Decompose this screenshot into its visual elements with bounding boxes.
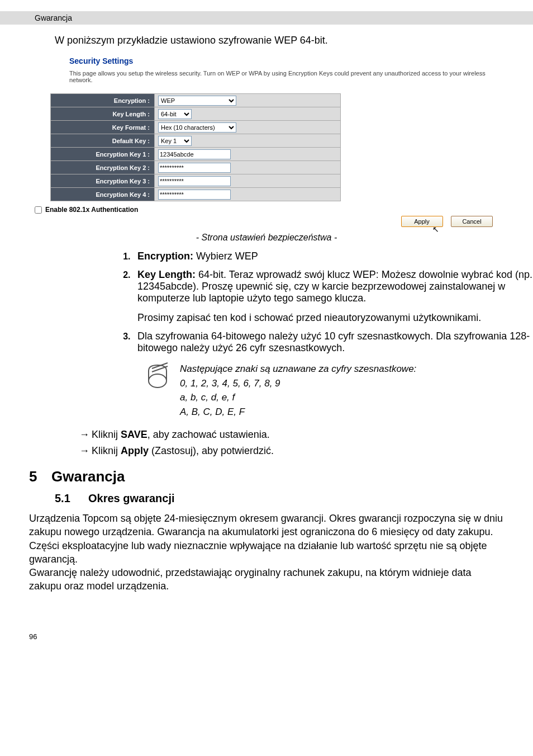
keylength-select[interactable]: 64-bit [158, 109, 192, 119]
arrow-instruction-1: →Kliknij SAVE, aby zachować ustawienia. [79, 429, 533, 441]
keyformat-select[interactable]: Hex (10 characters) [158, 122, 236, 133]
intro-text: W poniższym przykładzie ustawiono szyfro… [55, 35, 533, 46]
note-line-4: A, B, C, D, E, F [180, 405, 416, 419]
note-line-3: a, b, c, d, e, f [180, 390, 416, 405]
arrow-icon: → [79, 445, 89, 456]
encryption-label: Encryption : [51, 94, 155, 107]
section-5-1-heading: 5.1Okres gwarancji [55, 492, 533, 505]
ek3-label: Encryption Key 3 : [51, 174, 155, 188]
step-2: Key Length: 64-bit. Teraz wprowadź swój … [133, 269, 533, 324]
ek1-label: Encryption Key 1 : [51, 148, 155, 161]
encryption-key-4-input[interactable] [158, 190, 231, 200]
encryption-select[interactable]: WEP [158, 96, 236, 106]
arrow-icon: → [79, 429, 89, 440]
encryption-key-3-input[interactable] [158, 176, 231, 186]
ek2-label: Encryption Key 2 : [51, 161, 155, 174]
defaultkey-select[interactable]: Key 1 [158, 136, 192, 146]
figure-caption: - Strona ustawień bezpieczeństwa - [0, 233, 533, 243]
enable-8021x-label: Enable 802.1x Authentication [45, 206, 138, 214]
cursor-icon: ↖ [432, 225, 439, 234]
step-3: Dla szyfrowania 64-bitowego należy użyć … [133, 330, 533, 354]
section-5-heading: 5Gwarancja [29, 468, 533, 485]
note-block: Następujące znaki są uznawane za cyfry s… [145, 362, 533, 419]
keylength-label: Key Length : [51, 107, 155, 121]
defaultkey-label: Default Key : [51, 134, 155, 148]
encryption-key-2-input[interactable] [158, 163, 231, 173]
running-header: Gwarancja [0, 11, 533, 25]
note-line-1: Następujące znaki są uznawane za cyfry s… [180, 362, 416, 376]
note-line-2: 0, 1, 2, 3, 4, 5, 6, 7, 8, 9 [180, 376, 416, 391]
step-1: Encryption: Wybierz WEP [133, 251, 533, 262]
enable-8021x-checkbox[interactable] [35, 206, 42, 214]
encryption-key-1-input[interactable] [158, 149, 231, 159]
security-settings-heading: Security Settings [69, 56, 493, 65]
step-2-sub: Prosimy zapisać ten kod i schować przed … [137, 312, 533, 324]
note-icon [145, 362, 170, 391]
cancel-button[interactable]: Cancel [451, 216, 493, 227]
security-settings-description: This page allows you setup the wireless … [69, 70, 493, 83]
page-number: 96 [29, 632, 533, 641]
steps-list: Encryption: Wybierz WEP Key Length: 64-b… [117, 251, 533, 354]
keyformat-label: Key Format : [51, 121, 155, 134]
ek4-label: Encryption Key 4 : [51, 188, 155, 201]
arrow-instruction-2: →Kliknij Apply (Zastosuj), aby potwierdz… [79, 445, 533, 457]
section-5-1-body: Urządzenia Topcom są objęte 24-miesięczn… [29, 512, 505, 593]
security-form-table: Encryption : WEP Key Length : 64-bit Key… [50, 93, 341, 201]
svg-point-0 [149, 374, 166, 388]
